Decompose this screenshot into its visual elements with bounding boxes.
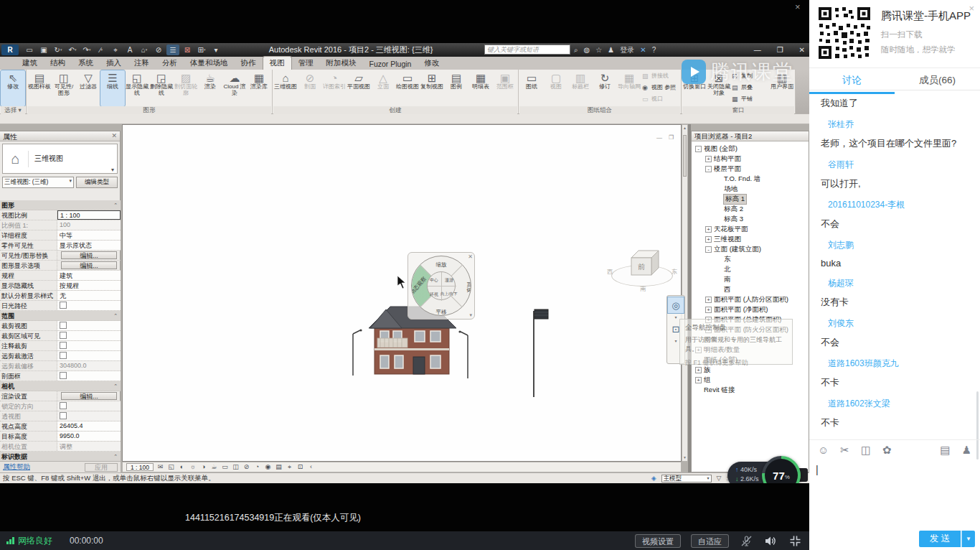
qat-button[interactable]: ↷ (80, 45, 93, 55)
steering-wheel-button[interactable]: ◎ (668, 297, 684, 313)
view-control-icon[interactable]: ⌖ (284, 463, 295, 471)
browser-tree-item[interactable]: 标高 2 (692, 204, 809, 214)
ribbon-button[interactable]: ⌂三维视图 (273, 70, 298, 106)
view-control-icon[interactable]: ◔ (252, 463, 263, 471)
qat-button[interactable]: ⊘ (152, 45, 165, 55)
view-control-icon[interactable]: ☼ (187, 463, 198, 471)
view-control-icon[interactable]: ◐ (176, 463, 187, 471)
video-settings-button[interactable]: 视频设置 (635, 534, 681, 548)
ribbon-button[interactable]: ☕渲染 (198, 70, 222, 106)
property-value[interactable] (57, 321, 121, 330)
revit-app-menu-icon[interactable]: R (1, 45, 19, 55)
send-options-icon[interactable]: ▼ (961, 531, 975, 547)
tree-expand-icon[interactable]: + (695, 377, 702, 383)
ribbon-tab[interactable]: 协作 (235, 57, 263, 70)
ribbon-button[interactable]: ◱显示隐藏线 (125, 70, 149, 106)
mic-muted-icon[interactable] (739, 534, 753, 547)
exchange-apps-icon[interactable]: ◍ (584, 46, 590, 54)
browser-tree-item[interactable]: -楼层平面 (692, 164, 809, 174)
tree-expand-icon[interactable] (715, 256, 722, 263)
view-scale-button[interactable]: 1 : 100 (126, 463, 154, 471)
help-search-input[interactable]: 键入关键字或短语 (484, 45, 570, 55)
ribbon-button[interactable]: ⊘剖面 (298, 70, 322, 106)
property-value[interactable]: 显示原状态 (57, 241, 121, 250)
browser-tree-item[interactable]: 场地 (692, 184, 809, 194)
property-value[interactable] (57, 301, 121, 310)
property-value[interactable]: 编辑... (61, 392, 117, 400)
ribbon-button[interactable]: ▨拼接线 (641, 70, 680, 82)
property-value[interactable] (57, 331, 121, 340)
sign-in-link[interactable]: 登录 (620, 45, 634, 55)
close-button[interactable]: ✕ (799, 46, 805, 54)
scroll-down-icon[interactable]: ▼ (682, 455, 687, 461)
browser-tree-item[interactable]: +面积平面 (人防分区面积) (692, 294, 809, 304)
wheel-rewind-label[interactable]: 回放 (466, 282, 472, 293)
qat-button[interactable]: ▣ (37, 45, 50, 55)
wheel-walk-label[interactable]: 漫游 (445, 277, 453, 284)
ribbon-button[interactable]: ▽过滤器 (76, 70, 100, 106)
browser-tree-item[interactable]: -立面 (建筑立面) (692, 244, 809, 254)
compass-south-label[interactable]: 南 (640, 285, 646, 293)
ribbon-button[interactable]: ⇖修改 (1, 70, 25, 106)
tree-expand-icon[interactable]: + (705, 297, 712, 303)
ribbon-button[interactable]: ▭视口 (641, 93, 680, 105)
property-value[interactable]: 编辑... (61, 261, 117, 269)
browser-tree-item[interactable]: -视图 (全部) (692, 144, 809, 154)
filter-icon[interactable]: ▽ (717, 475, 722, 482)
qat-button[interactable]: ⊠ (181, 45, 194, 55)
tree-expand-icon[interactable]: + (705, 236, 712, 243)
view-control-icon[interactable]: ☕ (209, 463, 220, 471)
tree-expand-icon[interactable]: + (705, 156, 712, 162)
property-value[interactable]: 无 (57, 291, 121, 300)
wheel-zoom-label[interactable]: 缩放 (412, 261, 471, 269)
wheel-close-icon[interactable]: ✕ (468, 253, 473, 260)
promo-close-icon[interactable]: × (969, 3, 974, 14)
qat-button[interactable]: ⊞ (195, 45, 208, 55)
ribbon-button[interactable]: ▦平铺 (731, 93, 770, 105)
viewcube[interactable]: 西 东 南 前 (611, 245, 677, 297)
instance-selector[interactable]: 三维视图: (三维) (2, 177, 74, 188)
user-icon[interactable]: ♟ (608, 46, 614, 54)
tree-expand-icon[interactable] (695, 387, 702, 393)
flag-element[interactable] (528, 305, 552, 406)
wheel-center-label[interactable]: 中心 (430, 277, 438, 284)
ribbon-button[interactable]: ☁Cloud 渲染 (222, 70, 247, 106)
ribbon-button[interactable]: ▦渲染库 (247, 70, 271, 106)
view-control-icon[interactable]: ▤ (273, 463, 284, 471)
qat-button[interactable]: ⌂ (138, 45, 151, 55)
exit-fullscreen-icon[interactable] (788, 534, 802, 547)
ribbon-button[interactable]: △立面 (371, 70, 395, 106)
view-control-icon[interactable]: ⊡ (295, 463, 306, 471)
ribbon-button[interactable]: ◉视图 参照 (641, 82, 680, 93)
property-value[interactable] (57, 351, 121, 360)
property-value[interactable] (57, 401, 121, 411)
ribbon-tab[interactable]: 结构 (44, 57, 72, 70)
ribbon-button[interactable]: ☰细线 (100, 70, 125, 106)
property-value[interactable] (57, 341, 121, 350)
chat-input[interactable]: | (809, 460, 980, 528)
edit-type-button[interactable]: 编辑类型 (76, 177, 118, 188)
qat-button[interactable]: ↻ (52, 45, 65, 55)
qat-button[interactable]: ▭ (23, 45, 36, 55)
property-value[interactable]: 编辑... (61, 251, 117, 259)
ribbon-tab[interactable]: 分析 (156, 57, 184, 70)
chevron-down-icon[interactable]: ▾ (674, 338, 677, 343)
video-overlay-close-icon[interactable]: × (795, 1, 801, 12)
browser-tree-item[interactable]: +组 (692, 375, 809, 385)
property-value[interactable] (57, 411, 121, 421)
mute-member-icon[interactable]: ♟ (962, 444, 971, 457)
ribbon-button[interactable]: ▣范围框 (493, 70, 517, 106)
ribbon-tab[interactable]: 插入 (100, 57, 128, 70)
speaker-icon[interactable] (763, 534, 778, 547)
ribbon-tab[interactable]: Fuzor Plugin (363, 58, 418, 70)
tree-expand-icon[interactable]: - (705, 166, 712, 172)
flower-icon[interactable]: ✿ (882, 444, 892, 457)
browser-tree-item[interactable]: Revit 链接 (692, 385, 809, 395)
ribbon-button[interactable]: ▤图例 (444, 70, 468, 106)
scroll-up-icon[interactable]: ▲ (682, 125, 687, 131)
ribbon-button[interactable]: ▦导向轴网 (617, 70, 641, 106)
browser-tree-item[interactable]: +三维视图 (692, 234, 809, 244)
qat-button[interactable]: ↶ (66, 45, 79, 55)
ribbon-button[interactable]: ◫可见性/图形 (52, 70, 76, 106)
view-control-icon[interactable]: ◑ (198, 463, 209, 471)
